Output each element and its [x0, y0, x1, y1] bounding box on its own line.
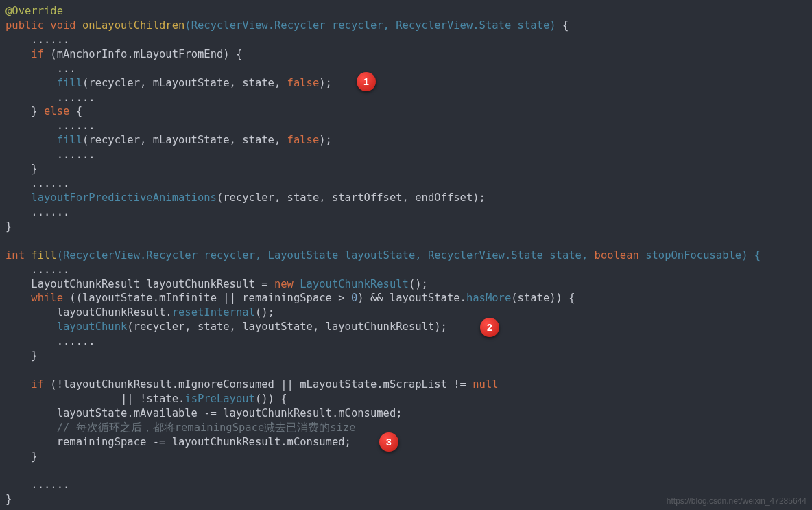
kw-false-2: false — [287, 134, 320, 146]
kw-if-2: if — [31, 378, 44, 391]
kw-false-1: false — [287, 77, 320, 89]
num-zero: 0 — [351, 292, 357, 304]
call-isPreLayout: isPreLayout — [184, 393, 255, 405]
kw-new: new — [274, 278, 294, 290]
kw-int: int — [5, 249, 25, 262]
kw-if: if — [31, 48, 44, 60]
annotation-override: @Override — [5, 5, 63, 17]
sig-fill-a: (RecyclerView.Recycler recycler, LayoutS… — [57, 249, 595, 262]
kw-public: public — [5, 19, 44, 32]
call-layoutForPredictiveAnimations: layoutForPredictiveAnimations — [31, 192, 217, 204]
call-fill-2: fill — [57, 134, 82, 146]
call-layoutChunk: layoutChunk — [57, 321, 128, 333]
badge-2: 2 — [480, 318, 499, 337]
call-hasMore: hasMore — [466, 292, 511, 304]
method-onLayoutChildren: onLayoutChildren — [82, 19, 184, 32]
kw-else: else — [44, 105, 69, 117]
ctor-LayoutChunkResult: LayoutChunkResult — [300, 278, 409, 290]
sig-onLayoutChildren: (RecyclerView.Recycler recycler, Recycle… — [184, 19, 556, 32]
kw-boolean: boolean — [595, 249, 639, 262]
call-fill-1: fill — [57, 77, 82, 89]
call-resetInternal: resetInternal — [172, 306, 255, 318]
badge-1: 1 — [357, 72, 376, 91]
kw-void: void — [50, 19, 75, 32]
kw-null: null — [473, 378, 498, 391]
badge-3: 3 — [379, 432, 398, 452]
kw-while: while — [31, 292, 63, 304]
sig-fill-b: stopOnFocusable) { — [639, 249, 761, 262]
method-fill: fill — [31, 249, 56, 262]
watermark: https://blog.csdn.net/weixin_47285644 — [667, 496, 807, 506]
comment-cn: // 每次循环之后，都将remainingSpace减去已消费的size — [5, 421, 356, 434]
code-block: @Override public void onLayoutChildren(R… — [0, 0, 812, 510]
